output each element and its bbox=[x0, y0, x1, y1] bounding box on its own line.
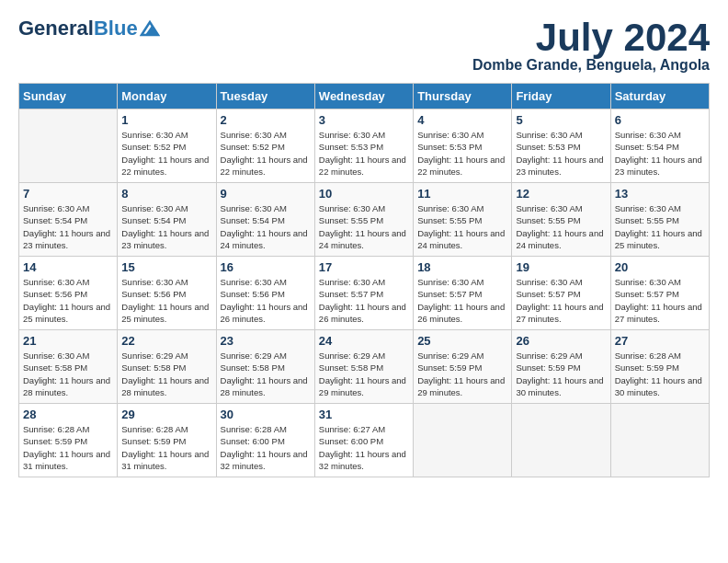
day-info: Sunrise: 6:30 AMSunset: 5:53 PMDaylight:… bbox=[319, 129, 409, 178]
calendar-cell: 19Sunrise: 6:30 AMSunset: 5:57 PMDayligh… bbox=[512, 257, 610, 330]
calendar-cell: 25Sunrise: 6:29 AMSunset: 5:59 PMDayligh… bbox=[414, 330, 512, 404]
day-info: Sunrise: 6:30 AMSunset: 5:58 PMDaylight:… bbox=[23, 350, 113, 398]
day-of-week-saturday: Saturday bbox=[610, 84, 709, 109]
calendar-cell bbox=[414, 404, 512, 477]
day-number: 8 bbox=[121, 187, 211, 201]
day-info: Sunrise: 6:30 AMSunset: 5:53 PMDaylight:… bbox=[516, 129, 606, 178]
calendar-cell: 12Sunrise: 6:30 AMSunset: 5:55 PMDayligh… bbox=[512, 183, 610, 257]
day-number: 19 bbox=[516, 260, 606, 274]
calendar-cell: 31Sunrise: 6:27 AMSunset: 6:00 PMDayligh… bbox=[314, 404, 413, 477]
day-number: 24 bbox=[319, 334, 409, 348]
logo: GeneralBlue bbox=[18, 18, 160, 39]
day-number: 21 bbox=[23, 334, 113, 348]
day-info: Sunrise: 6:27 AMSunset: 6:00 PMDaylight:… bbox=[319, 423, 409, 472]
day-number: 16 bbox=[221, 260, 311, 274]
calendar-cell: 6Sunrise: 6:30 AMSunset: 5:54 PMDaylight… bbox=[610, 109, 709, 183]
calendar-cell: 7Sunrise: 6:30 AMSunset: 5:54 PMDaylight… bbox=[19, 183, 118, 257]
day-info: Sunrise: 6:30 AMSunset: 5:54 PMDaylight:… bbox=[23, 202, 113, 251]
calendar-cell: 24Sunrise: 6:29 AMSunset: 5:58 PMDayligh… bbox=[314, 330, 413, 404]
day-number: 18 bbox=[417, 260, 507, 274]
calendar-cell: 22Sunrise: 6:29 AMSunset: 5:58 PMDayligh… bbox=[118, 330, 216, 404]
day-info: Sunrise: 6:29 AMSunset: 5:58 PMDaylight:… bbox=[221, 350, 311, 398]
day-number: 26 bbox=[516, 334, 606, 348]
day-info: Sunrise: 6:28 AMSunset: 5:59 PMDaylight:… bbox=[23, 423, 113, 472]
calendar-cell: 9Sunrise: 6:30 AMSunset: 5:54 PMDaylight… bbox=[216, 183, 314, 257]
calendar-cell: 29Sunrise: 6:28 AMSunset: 5:59 PMDayligh… bbox=[118, 404, 216, 477]
day-number: 10 bbox=[319, 187, 409, 201]
day-info: Sunrise: 6:30 AMSunset: 5:56 PMDaylight:… bbox=[23, 276, 113, 325]
day-number: 15 bbox=[121, 260, 211, 274]
calendar-cell bbox=[19, 109, 118, 183]
day-number: 23 bbox=[221, 334, 311, 348]
day-number: 7 bbox=[23, 187, 113, 201]
day-info: Sunrise: 6:28 AMSunset: 6:00 PMDaylight:… bbox=[221, 423, 311, 472]
calendar-cell: 30Sunrise: 6:28 AMSunset: 6:00 PMDayligh… bbox=[216, 404, 314, 477]
day-info: Sunrise: 6:30 AMSunset: 5:57 PMDaylight:… bbox=[319, 276, 409, 325]
day-number: 5 bbox=[516, 113, 606, 127]
day-info: Sunrise: 6:30 AMSunset: 5:55 PMDaylight:… bbox=[615, 202, 705, 251]
calendar-cell: 4Sunrise: 6:30 AMSunset: 5:53 PMDaylight… bbox=[414, 109, 512, 183]
calendar-cell: 23Sunrise: 6:29 AMSunset: 5:58 PMDayligh… bbox=[216, 330, 314, 404]
logo-icon bbox=[140, 20, 160, 37]
calendar-cell: 20Sunrise: 6:30 AMSunset: 5:57 PMDayligh… bbox=[610, 257, 709, 330]
day-info: Sunrise: 6:30 AMSunset: 5:54 PMDaylight:… bbox=[121, 202, 211, 251]
day-info: Sunrise: 6:28 AMSunset: 5:59 PMDaylight:… bbox=[615, 350, 705, 398]
day-number: 28 bbox=[23, 408, 113, 421]
calendar-cell: 5Sunrise: 6:30 AMSunset: 5:53 PMDaylight… bbox=[512, 109, 610, 183]
day-number: 20 bbox=[615, 260, 705, 274]
calendar-cell: 2Sunrise: 6:30 AMSunset: 5:52 PMDaylight… bbox=[216, 109, 314, 183]
calendar-cell: 18Sunrise: 6:30 AMSunset: 5:57 PMDayligh… bbox=[414, 257, 512, 330]
calendar-cell bbox=[512, 404, 610, 477]
day-info: Sunrise: 6:30 AMSunset: 5:56 PMDaylight:… bbox=[221, 276, 311, 325]
calendar-cell: 27Sunrise: 6:28 AMSunset: 5:59 PMDayligh… bbox=[610, 330, 709, 404]
day-number: 31 bbox=[319, 408, 409, 421]
day-number: 30 bbox=[221, 408, 311, 421]
calendar-cell: 11Sunrise: 6:30 AMSunset: 5:55 PMDayligh… bbox=[414, 183, 512, 257]
day-info: Sunrise: 6:30 AMSunset: 5:52 PMDaylight:… bbox=[221, 129, 311, 178]
day-number: 11 bbox=[417, 187, 507, 201]
day-number: 2 bbox=[221, 113, 311, 127]
calendar-cell: 13Sunrise: 6:30 AMSunset: 5:55 PMDayligh… bbox=[610, 183, 709, 257]
day-of-week-sunday: Sunday bbox=[19, 84, 118, 109]
calendar-cell: 14Sunrise: 6:30 AMSunset: 5:56 PMDayligh… bbox=[19, 257, 118, 330]
day-info: Sunrise: 6:30 AMSunset: 5:56 PMDaylight:… bbox=[121, 276, 211, 325]
day-number: 6 bbox=[615, 113, 705, 127]
day-number: 9 bbox=[221, 187, 311, 201]
calendar-cell: 15Sunrise: 6:30 AMSunset: 5:56 PMDayligh… bbox=[118, 257, 216, 330]
day-info: Sunrise: 6:30 AMSunset: 5:54 PMDaylight:… bbox=[221, 202, 311, 251]
calendar-cell: 28Sunrise: 6:28 AMSunset: 5:59 PMDayligh… bbox=[19, 404, 118, 477]
day-number: 27 bbox=[615, 334, 705, 348]
logo-text: GeneralBlue bbox=[18, 18, 138, 39]
day-number: 12 bbox=[516, 187, 606, 201]
title-block: July 2024 Dombe Grande, Benguela, Angola bbox=[472, 18, 710, 74]
day-info: Sunrise: 6:30 AMSunset: 5:57 PMDaylight:… bbox=[417, 276, 507, 325]
calendar-cell: 8Sunrise: 6:30 AMSunset: 5:54 PMDaylight… bbox=[118, 183, 216, 257]
day-number: 1 bbox=[121, 113, 211, 127]
day-number: 25 bbox=[417, 334, 507, 348]
day-number: 13 bbox=[615, 187, 705, 201]
calendar-table: SundayMondayTuesdayWednesdayThursdayFrid… bbox=[18, 83, 710, 477]
day-number: 3 bbox=[319, 113, 409, 127]
calendar-cell: 21Sunrise: 6:30 AMSunset: 5:58 PMDayligh… bbox=[19, 330, 118, 404]
calendar-cell: 17Sunrise: 6:30 AMSunset: 5:57 PMDayligh… bbox=[314, 257, 413, 330]
day-info: Sunrise: 6:30 AMSunset: 5:53 PMDaylight:… bbox=[417, 129, 507, 178]
day-info: Sunrise: 6:28 AMSunset: 5:59 PMDaylight:… bbox=[121, 423, 211, 472]
day-info: Sunrise: 6:29 AMSunset: 5:58 PMDaylight:… bbox=[319, 350, 409, 398]
day-info: Sunrise: 6:30 AMSunset: 5:52 PMDaylight:… bbox=[121, 129, 211, 178]
day-of-week-monday: Monday bbox=[118, 84, 216, 109]
day-info: Sunrise: 6:30 AMSunset: 5:55 PMDaylight:… bbox=[516, 202, 606, 251]
calendar-cell: 3Sunrise: 6:30 AMSunset: 5:53 PMDaylight… bbox=[314, 109, 413, 183]
day-of-week-tuesday: Tuesday bbox=[216, 84, 314, 109]
day-number: 4 bbox=[417, 113, 507, 127]
calendar-cell: 10Sunrise: 6:30 AMSunset: 5:55 PMDayligh… bbox=[314, 183, 413, 257]
calendar-cell bbox=[610, 404, 709, 477]
day-number: 14 bbox=[23, 260, 113, 274]
day-of-week-friday: Friday bbox=[512, 84, 610, 109]
day-info: Sunrise: 6:29 AMSunset: 5:59 PMDaylight:… bbox=[417, 350, 507, 398]
calendar-cell: 16Sunrise: 6:30 AMSunset: 5:56 PMDayligh… bbox=[216, 257, 314, 330]
day-info: Sunrise: 6:30 AMSunset: 5:57 PMDaylight:… bbox=[615, 276, 705, 325]
day-info: Sunrise: 6:29 AMSunset: 5:58 PMDaylight:… bbox=[121, 350, 211, 398]
day-info: Sunrise: 6:29 AMSunset: 5:59 PMDaylight:… bbox=[516, 350, 606, 398]
location-title: Dombe Grande, Benguela, Angola bbox=[472, 57, 710, 74]
day-of-week-wednesday: Wednesday bbox=[314, 84, 413, 109]
